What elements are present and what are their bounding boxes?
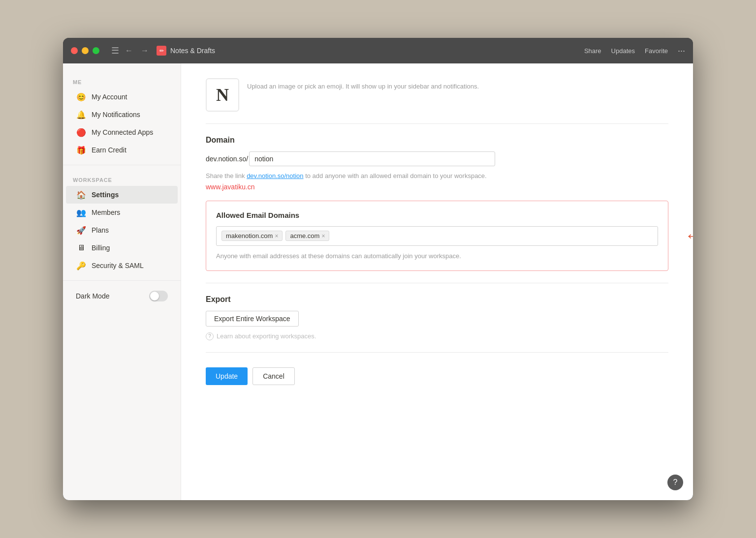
domain-section: Domain dev.notion.so/ Share the link dev… — [206, 136, 668, 191]
sidebar-item-plans[interactable]: 🚀 Plans — [66, 221, 178, 239]
allowed-email-domains-box: Allowed Email Domains makenotion.com × a… — [206, 201, 668, 271]
logo-caption: Upload an image or pick an emoji. It wil… — [247, 82, 479, 91]
app-window: ☰ ← → ✏ Notes & Drafts Share Updates Fav… — [63, 38, 693, 500]
settings-sidebar: ME 😊 My Account 🔔 My Notifications 🔴 My … — [63, 63, 181, 500]
sidebar-item-label: Security & SAML — [92, 262, 144, 269]
bottom-actions: Update Cancel — [206, 367, 668, 385]
sidebar-item-my-notifications[interactable]: 🔔 My Notifications — [66, 106, 178, 123]
favorite-button[interactable]: Favorite — [645, 47, 668, 55]
security-icon: 🔑 — [76, 260, 87, 271]
toggle-knob — [150, 292, 159, 300]
tag-input-area[interactable]: makenotion.com × acme.com × — [216, 226, 658, 246]
close-button[interactable] — [71, 47, 78, 54]
sidebar-item-my-connected-apps[interactable]: 🔴 My Connected Apps — [66, 123, 178, 141]
settings-modal: ME 😊 My Account 🔔 My Notifications 🔴 My … — [63, 63, 693, 500]
sidebar-item-billing[interactable]: 🖥 Billing — [66, 239, 178, 257]
sidebar-item-label: My Connected Apps — [92, 128, 153, 136]
sidebar-divider-2 — [63, 280, 181, 281]
domain-link[interactable]: dev.notion.so/notion — [247, 172, 303, 179]
export-title: Export — [206, 295, 668, 304]
plans-icon: 🚀 — [76, 225, 87, 236]
tag-label: acme.com — [290, 232, 319, 239]
titlebar: ☰ ← → ✏ Notes & Drafts Share Updates Fav… — [63, 38, 693, 63]
sidebar-item-label: Plans — [92, 226, 109, 234]
window-title-area: ✏ Notes & Drafts — [157, 46, 215, 56]
notifications-icon: 🔔 — [76, 109, 87, 120]
domain-title: Domain — [206, 136, 668, 145]
menu-icon[interactable]: ☰ — [111, 45, 119, 56]
members-icon: 👥 — [76, 207, 87, 218]
tag-remove-acme[interactable]: × — [321, 233, 325, 239]
export-desc-text: Learn about exporting workspaces. — [217, 332, 316, 340]
arrow-indicator: ← — [685, 225, 693, 246]
sidebar-item-label: Members — [92, 209, 120, 216]
main-content: N Upload an image or pick an emoji. It w… — [181, 63, 693, 500]
earn-credit-icon: 🎁 — [76, 145, 87, 155]
sidebar-item-settings[interactable]: 🏠 Settings — [66, 186, 178, 204]
tag-remove-makenotion[interactable]: × — [275, 233, 278, 239]
me-section-label: ME — [63, 73, 181, 88]
dark-mode-toggle[interactable] — [149, 291, 168, 301]
share-button[interactable]: Share — [584, 47, 601, 55]
allowed-domains-title: Allowed Email Domains — [216, 211, 658, 219]
title-icon: ✏ — [157, 46, 166, 56]
domain-row: dev.notion.so/ — [206, 151, 668, 166]
sidebar-item-label: Settings — [92, 191, 119, 199]
divider-1 — [206, 123, 668, 124]
divider-3 — [206, 352, 668, 353]
allowed-description: Anyone with email addresses at these dom… — [216, 252, 658, 261]
domain-description: Share the link dev.notion.so/notion to a… — [206, 171, 668, 181]
export-section: Export Export Entire Workspace ? Learn a… — [206, 295, 668, 340]
window-title: Notes & Drafts — [170, 47, 215, 55]
nav-buttons: ☰ ← → — [109, 44, 151, 57]
sidebar-item-members[interactable]: 👥 Members — [66, 204, 178, 221]
watermark-text: www.javatiku.cn — [206, 183, 668, 191]
export-entire-workspace-button[interactable]: Export Entire Workspace — [206, 311, 299, 327]
help-button[interactable]: ? — [667, 475, 683, 490]
domain-tag-makenotion: makenotion.com × — [221, 231, 283, 241]
billing-icon: 🖥 — [76, 242, 87, 253]
tag-label: makenotion.com — [226, 232, 273, 239]
settings-icon: 🏠 — [76, 189, 87, 200]
content-area: ME 😊 My Account 🔔 My Notifications 🔴 My … — [63, 63, 693, 500]
domain-input[interactable] — [249, 151, 495, 166]
back-button[interactable]: ← — [123, 44, 135, 57]
sidebar-item-label: My Account — [92, 93, 127, 101]
export-description: ? Learn about exporting workspaces. — [206, 332, 668, 340]
update-button[interactable]: Update — [206, 367, 248, 385]
traffic-lights — [71, 47, 99, 54]
dark-mode-label: Dark Mode — [76, 292, 109, 300]
forward-button[interactable]: → — [139, 44, 151, 57]
updates-button[interactable]: Updates — [611, 47, 635, 55]
notion-logo[interactable]: N — [206, 78, 239, 112]
more-options-button[interactable]: ··· — [678, 46, 685, 56]
sidebar-item-label: My Notifications — [92, 111, 140, 119]
logo-section: N Upload an image or pick an emoji. It w… — [206, 78, 668, 112]
account-icon: 😊 — [76, 91, 87, 102]
minimize-button[interactable] — [82, 47, 89, 54]
sidebar-item-security-saml[interactable]: 🔑 Security & SAML — [66, 257, 178, 274]
cancel-button[interactable]: Cancel — [252, 367, 295, 385]
export-help-icon: ? — [206, 332, 214, 340]
sidebar-item-label: Earn Credit — [92, 146, 126, 154]
sidebar-divider — [63, 165, 181, 165]
sidebar-item-my-account[interactable]: 😊 My Account — [66, 88, 178, 106]
domain-desc-before: Share the link — [206, 172, 245, 179]
domain-tag-acme: acme.com × — [285, 231, 329, 241]
divider-2 — [206, 283, 668, 283]
connected-apps-icon: 🔴 — [76, 127, 87, 138]
domain-prefix: dev.notion.so/ — [206, 155, 248, 163]
dark-mode-row: Dark Mode — [66, 287, 178, 305]
domain-desc-after: to add anyone with an allowed email doma… — [305, 172, 487, 179]
workspace-section-label: WORKSPACE — [63, 171, 181, 186]
sidebar-item-earn-credit[interactable]: 🎁 Earn Credit — [66, 141, 178, 159]
sidebar-item-label: Billing — [92, 244, 110, 252]
titlebar-actions: Share Updates Favorite ··· — [584, 46, 685, 56]
fullscreen-button[interactable] — [93, 47, 99, 54]
